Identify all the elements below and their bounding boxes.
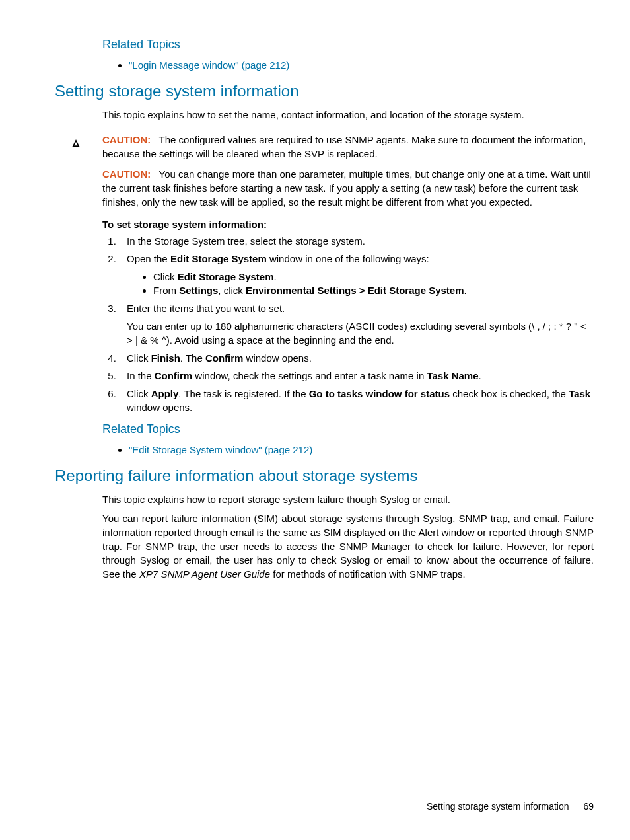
text: From: [153, 285, 179, 296]
login-message-window-link[interactable]: "Login Message window" (page 212): [129, 59, 289, 71]
step-3: Enter the items that you want to set. Yo…: [119, 301, 594, 347]
caution-label: CAUTION:: [102, 169, 151, 180]
bold-text: Edit Storage System: [178, 271, 274, 282]
text: Click: [127, 352, 151, 363]
list-item: Click Edit Storage System.: [153, 270, 594, 284]
text: Click: [153, 271, 178, 282]
step-1: In the Storage System tree, select the s…: [119, 234, 594, 248]
caution-block-2: CAUTION: You can change more than one pa…: [102, 167, 594, 209]
page-footer: Setting storage system information 69: [427, 800, 594, 814]
list-item: From Settings, click Environmental Setti…: [153, 284, 594, 297]
text: window opens.: [243, 352, 311, 363]
text: .: [464, 285, 467, 296]
related-topics-heading-1: Related Topics: [102, 36, 594, 53]
section-intro: This topic explains how to report storag…: [102, 492, 594, 506]
text: for methods of notification with SNMP tr…: [270, 568, 466, 580]
text: . The: [180, 352, 205, 363]
bold-text: Confirm: [205, 352, 244, 363]
caution-text: You can change more than one parameter, …: [102, 169, 591, 208]
caution-text: The configured values are required to us…: [102, 134, 586, 159]
bold-text: Task Name: [427, 370, 478, 381]
list-item: "Edit Storage System window" (page 212): [129, 443, 594, 457]
text: .: [479, 370, 481, 381]
procedure-heading: To set storage system information:: [102, 219, 267, 230]
text: . The task is registered. If the: [178, 388, 308, 399]
text: Click: [127, 388, 151, 399]
text: Enter the items that you want to set.: [127, 303, 285, 314]
step-2: Open the Edit Storage System window in o…: [119, 252, 594, 297]
setting-storage-heading: Setting storage system information: [55, 80, 594, 102]
bold-text: Go to tasks window for status: [309, 388, 450, 399]
bold-text: Settings: [179, 285, 218, 296]
italic-text: XP7 SNMP Agent User Guide: [139, 568, 270, 580]
text: Open the: [127, 253, 170, 264]
text: In the: [127, 370, 155, 381]
text: window, check the settings and enter a t…: [192, 370, 427, 381]
bold-text: Finish: [151, 352, 180, 363]
bold-text: Task: [569, 388, 590, 399]
step-extra-text: You can enter up to 180 alphanumeric cha…: [127, 319, 594, 347]
reporting-failure-heading: Reporting failure information about stor…: [55, 465, 594, 487]
bold-text: Apply: [151, 388, 179, 399]
list-item: "Login Message window" (page 212): [129, 58, 594, 72]
step-5: In the Confirm window, check the setting…: [119, 369, 594, 383]
step-4: Click Finish. The Confirm window opens.: [119, 351, 594, 365]
edit-storage-system-window-link[interactable]: "Edit Storage System window" (page 212): [129, 444, 312, 455]
text: .: [274, 271, 277, 282]
caution-icon: ▵: [73, 133, 102, 151]
divider: [102, 213, 594, 213]
text: , click: [218, 285, 246, 296]
step-6: Click Apply. The task is registered. If …: [119, 387, 594, 414]
text: window opens.: [127, 402, 192, 413]
page-number: 69: [583, 801, 594, 812]
related-topics-heading-2: Related Topics: [102, 421, 594, 438]
bold-text: Confirm: [155, 370, 193, 381]
text: check box is checked, the: [450, 388, 569, 399]
caution-block-1: ▵ CAUTION: The configured values are req…: [73, 133, 594, 161]
footer-text: Setting storage system information: [427, 801, 569, 812]
bold-text: Edit Storage System: [170, 253, 267, 264]
divider: [102, 126, 594, 126]
section-intro: This topic explains how to set the name,…: [102, 108, 594, 122]
bold-text: Environmental Settings > Edit Storage Sy…: [246, 285, 464, 296]
section-body: You can report failure information (SIM)…: [102, 512, 594, 581]
caution-label: CAUTION:: [102, 134, 151, 145]
text: window in one of the following ways:: [267, 253, 429, 264]
